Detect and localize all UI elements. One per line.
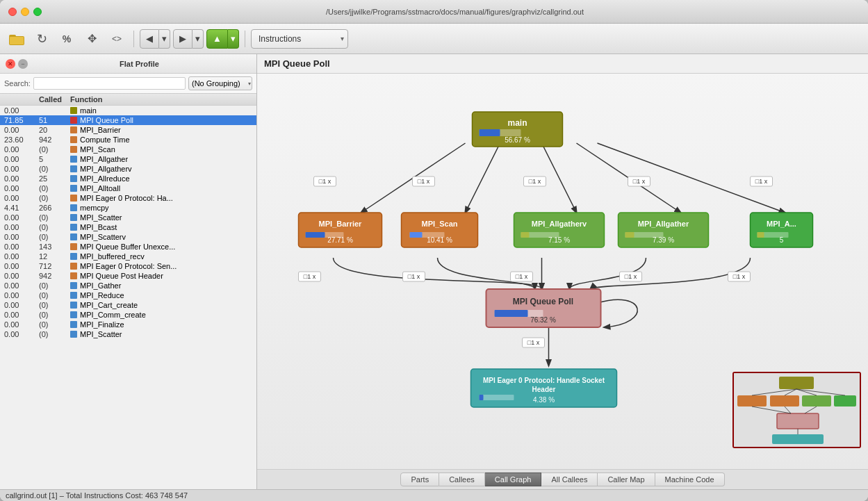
table-row[interactable]: 0.00 (0) MPI_Scan — [0, 145, 256, 154]
tab-call-graph[interactable]: Call Graph — [485, 473, 542, 486]
maximize-button[interactable] — [33, 8, 42, 16]
table-row[interactable]: 23.60 942 Compute Time — [0, 135, 256, 145]
td-value: 0.00 — [4, 233, 39, 241]
table-row[interactable]: 0.00 (0) MPI_Scatter — [0, 329, 256, 339]
td-function: MPI Queue Post Header — [70, 272, 252, 280]
svg-rect-60 — [737, 395, 767, 406]
table-row[interactable]: 0.00 (0) MPI_Scatter — [0, 213, 256, 222]
table-row[interactable]: 0.00 main — [0, 106, 256, 115]
td-function: MPI_Allgatherv — [70, 165, 252, 173]
td-function: MPI_Allgather — [70, 155, 252, 163]
svg-text:76.32 %: 76.32 % — [530, 316, 556, 324]
td-called: (0) — [39, 301, 70, 309]
svg-rect-2 — [10, 37, 24, 44]
close-button[interactable] — [8, 8, 17, 16]
instructions-dropdown[interactable]: Instructions Cycles Cache — [251, 29, 348, 49]
minimize-button[interactable] — [21, 8, 29, 16]
grouping-select[interactable]: (No Grouping) ELF Object Source File — [188, 76, 252, 90]
td-value: 0.00 — [4, 184, 39, 192]
tab-caller-map[interactable]: Caller Map — [598, 473, 655, 486]
td-called: 5 — [39, 155, 70, 163]
table-row[interactable]: 0.00 (0) MPI_Comm_create — [0, 310, 256, 320]
run-button[interactable]: ▲ — [206, 29, 228, 49]
svg-text:27.71 %: 27.71 % — [327, 236, 353, 244]
panel-title: Flat Profile — [28, 60, 251, 68]
td-called: 942 — [39, 272, 70, 280]
td-value: 0.00 — [4, 145, 39, 154]
table-row[interactable]: 0.00 25 MPI_Allreduce — [0, 174, 256, 183]
th-called: Called — [39, 95, 70, 104]
tab-all-callees[interactable]: All Callees — [541, 473, 598, 486]
td-function: MPI_Comm_create — [70, 311, 252, 319]
th-function: Function — [70, 95, 252, 104]
folder-button[interactable] — [6, 28, 28, 50]
table-row[interactable]: 0.00 12 MPI_buffered_recv — [0, 252, 256, 261]
panel-close-button[interactable]: ✕ — [6, 59, 15, 69]
table-row[interactable]: 0.00 (0) MPI_Bcast — [0, 222, 256, 232]
table-row[interactable]: 0.00 (0) MPI_Reduce — [0, 290, 256, 300]
table-row[interactable]: 0.00 (0) MPI_Scatterv — [0, 232, 256, 242]
svg-rect-65 — [772, 434, 824, 444]
table-row[interactable]: 0.00 712 MPI Eager 0 Protocol: Sen... — [0, 261, 256, 271]
refresh-button[interactable]: ↻ — [31, 28, 53, 50]
svg-text:□1 x: □1 x — [633, 178, 646, 185]
svg-text:□1 x: □1 x — [319, 178, 331, 185]
table-row[interactable]: 0.00 (0) MPI Eager 0 Protocol: Ha... — [0, 193, 256, 203]
forward-dropdown-button[interactable]: ▾ — [193, 29, 204, 49]
graph-area[interactable]: □1 x □1 x □1 x □1 x □1 x □1 x □1 x □1 x — [257, 74, 868, 469]
function-color-icon — [70, 331, 77, 338]
table-row[interactable]: 0.00 (0) MPI_Cart_create — [0, 300, 256, 310]
table-row[interactable]: 0.00 (0) MPI_Gather — [0, 281, 256, 290]
svg-text:□1 x: □1 x — [529, 178, 541, 185]
search-input[interactable] — [33, 77, 186, 90]
back-button[interactable]: ◀ — [140, 29, 159, 49]
function-color-icon — [70, 214, 77, 221]
td-function: MPI_Cart_create — [70, 301, 252, 309]
tab-parts[interactable]: Parts — [400, 473, 439, 486]
td-called: (0) — [39, 320, 70, 329]
td-function: MPI_Finalize — [70, 320, 252, 329]
function-name: MPI_Alltoall — [80, 184, 120, 192]
mini-preview-svg — [734, 373, 860, 447]
tab-machine-code[interactable]: Machine Code — [655, 473, 725, 486]
table-row[interactable]: 0.00 5 MPI_Allgather — [0, 154, 256, 164]
diff-button[interactable]: <> — [106, 28, 128, 50]
panel-minimize-button[interactable]: − — [18, 59, 28, 69]
toolbar-separator-2 — [245, 31, 245, 47]
function-name: MPI Queue Poll — [80, 116, 133, 124]
function-color-icon — [70, 195, 77, 202]
svg-text:□1 x: □1 x — [625, 273, 637, 280]
function-color-icon — [70, 243, 77, 250]
function-name: MPI Queue Buffer Unexce... — [80, 243, 175, 251]
move-button[interactable]: ✥ — [81, 28, 103, 50]
main-window: /Users/jjwilke/Programs/sstmacro/docs/ma… — [0, 0, 868, 501]
svg-text:7.15 %: 7.15 % — [548, 236, 570, 244]
td-function: MPI Eager 0 Protocol: Sen... — [70, 262, 252, 270]
table-row[interactable]: 0.00 (0) MPI_Finalize — [0, 320, 256, 329]
td-called: (0) — [39, 165, 70, 173]
table-row[interactable]: 0.00 942 MPI Queue Post Header — [0, 271, 256, 281]
td-function: MPI_buffered_recv — [70, 252, 252, 261]
tab-callees[interactable]: Callees — [439, 473, 485, 486]
table-row[interactable]: 0.00 (0) MPI_Alltoall — [0, 183, 256, 193]
svg-rect-35 — [410, 232, 423, 238]
td-called: (0) — [39, 194, 70, 202]
td-function: MPI_Allreduce — [70, 174, 252, 183]
td-function: MPI Queue Poll — [70, 116, 252, 124]
table-row[interactable]: 0.00 (0) MPI_Allgatherv — [0, 164, 256, 174]
svg-rect-47 — [758, 232, 764, 238]
td-called: (0) — [39, 213, 70, 222]
run-dropdown-button[interactable]: ▾ — [228, 29, 239, 49]
table-row[interactable]: 0.00 20 MPI_Barrier — [0, 125, 256, 135]
svg-rect-43 — [625, 232, 634, 238]
table-row[interactable]: 71.85 51 MPI Queue Poll — [0, 115, 256, 125]
td-value: 0.00 — [4, 243, 39, 251]
percent-button[interactable]: % — [56, 28, 78, 50]
table-row[interactable]: 4.41 266 memcpy — [0, 203, 256, 213]
forward-button[interactable]: ▶ — [173, 29, 193, 49]
td-value: 0.00 — [4, 262, 39, 270]
td-value: 0.00 — [4, 223, 39, 231]
td-called: 712 — [39, 262, 70, 270]
table-row[interactable]: 0.00 143 MPI Queue Buffer Unexce... — [0, 242, 256, 252]
back-dropdown-button[interactable]: ▾ — [159, 29, 170, 49]
